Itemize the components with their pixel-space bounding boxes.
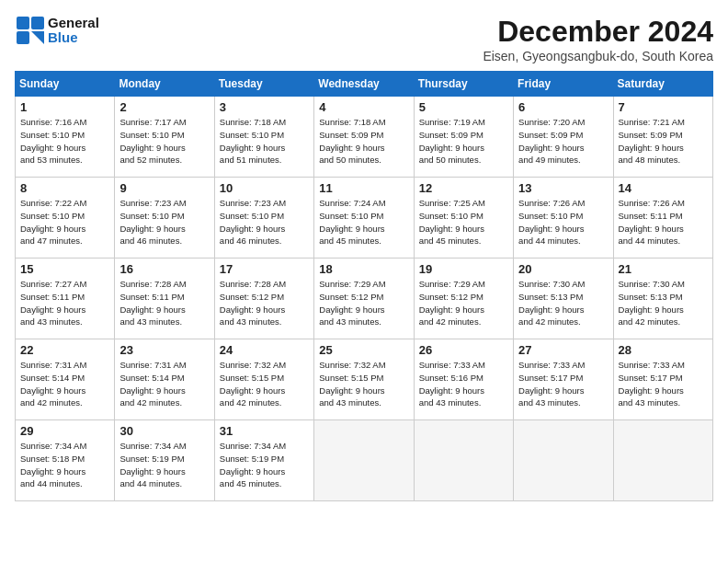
calendar-table: SundayMondayTuesdayWednesdayThursdayFrid… bbox=[15, 71, 713, 501]
day-info: Sunrise: 7:25 AMSunset: 5:10 PMDaylight:… bbox=[419, 197, 508, 247]
day-number: 6 bbox=[518, 100, 608, 114]
weekday-header-sunday: Sunday bbox=[16, 72, 115, 97]
day-info: Sunrise: 7:34 AMSunset: 5:18 PMDaylight:… bbox=[20, 440, 109, 490]
day-info: Sunrise: 7:32 AMSunset: 5:15 PMDaylight:… bbox=[220, 359, 309, 409]
day-number: 12 bbox=[419, 181, 508, 195]
day-info: Sunrise: 7:28 AMSunset: 5:12 PMDaylight:… bbox=[220, 278, 309, 328]
weekday-header-wednesday: Wednesday bbox=[314, 72, 414, 97]
weekday-header-tuesday: Tuesday bbox=[214, 72, 313, 97]
logo-general: General bbox=[48, 15, 99, 30]
calendar-cell: 16Sunrise: 7:28 AMSunset: 5:11 PMDayligh… bbox=[115, 259, 214, 339]
day-info: Sunrise: 7:28 AMSunset: 5:11 PMDaylight:… bbox=[119, 278, 209, 328]
day-number: 3 bbox=[220, 100, 309, 114]
day-number: 29 bbox=[20, 424, 109, 438]
day-info: Sunrise: 7:16 AMSunset: 5:10 PMDaylight:… bbox=[20, 116, 109, 167]
svg-rect-2 bbox=[17, 31, 29, 44]
day-number: 11 bbox=[319, 181, 408, 195]
day-number: 21 bbox=[619, 262, 708, 276]
day-info: Sunrise: 7:27 AMSunset: 5:11 PMDaylight:… bbox=[20, 278, 109, 328]
day-number: 18 bbox=[319, 262, 408, 276]
calendar-cell: 26Sunrise: 7:33 AMSunset: 5:16 PMDayligh… bbox=[414, 339, 513, 420]
day-number: 30 bbox=[119, 424, 209, 438]
day-info: Sunrise: 7:34 AMSunset: 5:19 PMDaylight:… bbox=[220, 440, 309, 490]
day-number: 17 bbox=[220, 262, 309, 276]
calendar-week-row: 22Sunrise: 7:31 AMSunset: 5:14 PMDayligh… bbox=[16, 339, 713, 420]
day-number: 25 bbox=[319, 343, 408, 357]
calendar-cell: 21Sunrise: 7:30 AMSunset: 5:13 PMDayligh… bbox=[613, 259, 712, 339]
weekday-header-saturday: Saturday bbox=[613, 72, 712, 97]
calendar-cell: 5Sunrise: 7:19 AMSunset: 5:09 PMDaylight… bbox=[414, 97, 513, 178]
calendar-cell: 7Sunrise: 7:21 AMSunset: 5:09 PMDaylight… bbox=[613, 97, 712, 178]
calendar-cell: 2Sunrise: 7:17 AMSunset: 5:10 PMDaylight… bbox=[115, 97, 214, 178]
day-number: 23 bbox=[119, 343, 209, 357]
calendar-cell: 27Sunrise: 7:33 AMSunset: 5:17 PMDayligh… bbox=[514, 339, 613, 420]
day-info: Sunrise: 7:30 AMSunset: 5:13 PMDaylight:… bbox=[619, 278, 708, 328]
logo: General Blue bbox=[15, 15, 99, 46]
day-info: Sunrise: 7:17 AMSunset: 5:10 PMDaylight:… bbox=[119, 116, 209, 167]
day-number: 24 bbox=[220, 343, 309, 357]
day-number: 19 bbox=[419, 262, 508, 276]
day-number: 9 bbox=[119, 181, 209, 195]
weekday-header-row: SundayMondayTuesdayWednesdayThursdayFrid… bbox=[16, 72, 713, 97]
calendar-cell bbox=[314, 420, 414, 501]
day-info: Sunrise: 7:29 AMSunset: 5:12 PMDaylight:… bbox=[319, 278, 408, 328]
calendar-cell: 10Sunrise: 7:23 AMSunset: 5:10 PMDayligh… bbox=[214, 178, 313, 259]
calendar-cell: 23Sunrise: 7:31 AMSunset: 5:14 PMDayligh… bbox=[115, 339, 214, 420]
day-info: Sunrise: 7:29 AMSunset: 5:12 PMDaylight:… bbox=[419, 278, 508, 328]
calendar-cell: 8Sunrise: 7:22 AMSunset: 5:10 PMDaylight… bbox=[16, 178, 115, 259]
day-number: 4 bbox=[319, 100, 408, 114]
day-info: Sunrise: 7:31 AMSunset: 5:14 PMDaylight:… bbox=[119, 359, 209, 409]
logo-icon bbox=[15, 15, 46, 46]
day-number: 15 bbox=[20, 262, 109, 276]
calendar-cell: 9Sunrise: 7:23 AMSunset: 5:10 PMDaylight… bbox=[115, 178, 214, 259]
day-number: 14 bbox=[619, 181, 708, 195]
day-number: 26 bbox=[419, 343, 508, 357]
calendar-cell: 13Sunrise: 7:26 AMSunset: 5:10 PMDayligh… bbox=[514, 178, 613, 259]
day-number: 1 bbox=[20, 100, 109, 114]
day-info: Sunrise: 7:32 AMSunset: 5:15 PMDaylight:… bbox=[319, 359, 408, 409]
calendar-cell: 6Sunrise: 7:20 AMSunset: 5:09 PMDaylight… bbox=[514, 97, 613, 178]
weekday-header-monday: Monday bbox=[115, 72, 214, 97]
day-number: 27 bbox=[518, 343, 608, 357]
calendar-cell: 29Sunrise: 7:34 AMSunset: 5:18 PMDayligh… bbox=[16, 420, 115, 501]
calendar-cell: 3Sunrise: 7:18 AMSunset: 5:10 PMDaylight… bbox=[214, 97, 313, 178]
day-info: Sunrise: 7:19 AMSunset: 5:09 PMDaylight:… bbox=[419, 116, 508, 167]
svg-rect-1 bbox=[31, 17, 44, 29]
calendar-week-row: 8Sunrise: 7:22 AMSunset: 5:10 PMDaylight… bbox=[16, 178, 713, 259]
weekday-header-friday: Friday bbox=[514, 72, 613, 97]
location: Eisen, Gyeongsangbuk-do, South Korea bbox=[483, 49, 713, 63]
logo-blue: Blue bbox=[48, 29, 78, 45]
weekday-header-thursday: Thursday bbox=[414, 72, 513, 97]
day-number: 2 bbox=[119, 100, 209, 114]
day-info: Sunrise: 7:18 AMSunset: 5:10 PMDaylight:… bbox=[220, 116, 309, 167]
calendar-cell: 4Sunrise: 7:18 AMSunset: 5:09 PMDaylight… bbox=[314, 97, 414, 178]
day-info: Sunrise: 7:31 AMSunset: 5:14 PMDaylight:… bbox=[20, 359, 109, 409]
calendar-cell: 22Sunrise: 7:31 AMSunset: 5:14 PMDayligh… bbox=[16, 339, 115, 420]
calendar-cell: 19Sunrise: 7:29 AMSunset: 5:12 PMDayligh… bbox=[414, 259, 513, 339]
day-info: Sunrise: 7:33 AMSunset: 5:16 PMDaylight:… bbox=[419, 359, 508, 409]
day-number: 5 bbox=[419, 100, 508, 114]
day-info: Sunrise: 7:26 AMSunset: 5:10 PMDaylight:… bbox=[518, 197, 608, 247]
month-title: December 2024 bbox=[483, 15, 713, 49]
day-number: 31 bbox=[220, 424, 309, 438]
day-info: Sunrise: 7:21 AMSunset: 5:09 PMDaylight:… bbox=[619, 116, 708, 167]
calendar-cell bbox=[613, 420, 712, 501]
calendar-cell: 18Sunrise: 7:29 AMSunset: 5:12 PMDayligh… bbox=[314, 259, 414, 339]
calendar-cell: 12Sunrise: 7:25 AMSunset: 5:10 PMDayligh… bbox=[414, 178, 513, 259]
calendar-cell bbox=[514, 420, 613, 501]
day-number: 8 bbox=[20, 181, 109, 195]
day-info: Sunrise: 7:23 AMSunset: 5:10 PMDaylight:… bbox=[119, 197, 209, 247]
calendar-cell: 30Sunrise: 7:34 AMSunset: 5:19 PMDayligh… bbox=[115, 420, 214, 501]
day-number: 7 bbox=[619, 100, 708, 114]
day-info: Sunrise: 7:22 AMSunset: 5:10 PMDaylight:… bbox=[20, 197, 109, 247]
calendar-cell: 20Sunrise: 7:30 AMSunset: 5:13 PMDayligh… bbox=[514, 259, 613, 339]
calendar-week-row: 29Sunrise: 7:34 AMSunset: 5:18 PMDayligh… bbox=[16, 420, 713, 501]
day-info: Sunrise: 7:24 AMSunset: 5:10 PMDaylight:… bbox=[319, 197, 408, 247]
calendar-cell: 1Sunrise: 7:16 AMSunset: 5:10 PMDaylight… bbox=[16, 97, 115, 178]
day-info: Sunrise: 7:33 AMSunset: 5:17 PMDaylight:… bbox=[619, 359, 708, 409]
day-number: 28 bbox=[619, 343, 708, 357]
calendar-cell: 25Sunrise: 7:32 AMSunset: 5:15 PMDayligh… bbox=[314, 339, 414, 420]
day-info: Sunrise: 7:23 AMSunset: 5:10 PMDaylight:… bbox=[220, 197, 309, 247]
day-info: Sunrise: 7:26 AMSunset: 5:11 PMDaylight:… bbox=[619, 197, 708, 247]
svg-marker-3 bbox=[31, 31, 44, 44]
